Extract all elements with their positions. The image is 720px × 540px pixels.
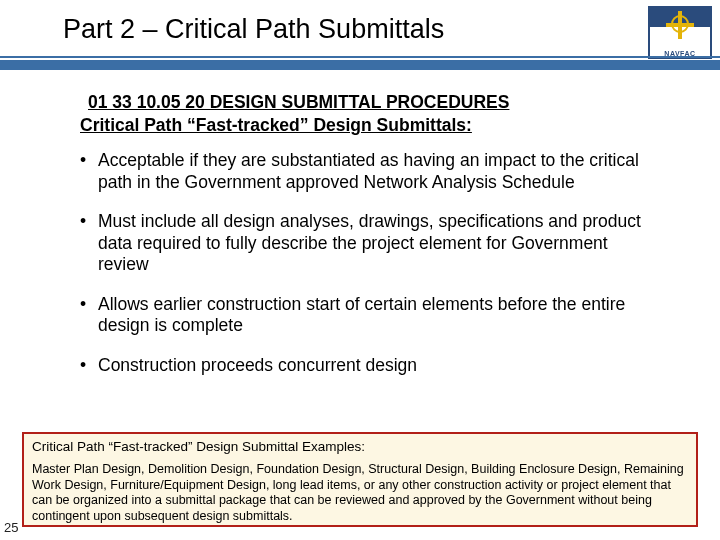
list-item: • Must include all design analyses, draw… (80, 211, 650, 276)
bullet-list: • Acceptable if they are substantiated a… (80, 150, 650, 376)
list-item: • Allows earlier construction start of c… (80, 294, 650, 337)
bullet-icon: • (80, 150, 98, 193)
bullet-icon: • (80, 294, 98, 337)
page-title: Part 2 – Critical Path Submittals (63, 14, 444, 45)
header-band (0, 56, 720, 70)
bullet-icon: • (80, 211, 98, 276)
section-heading: Critical Path “Fast-tracked” Design Subm… (80, 115, 650, 136)
list-item: • Acceptable if they are substantiated a… (80, 150, 650, 193)
examples-title: Critical Path “Fast-tracked” Design Subm… (32, 439, 688, 456)
content-area: 01 33 10.05 20 DESIGN SUBMITTAL PROCEDUR… (80, 92, 650, 394)
slide-number: 25 (4, 520, 18, 535)
slide: Part 2 – Critical Path Submittals NAVFAC… (0, 0, 720, 540)
bullet-text: Must include all design analyses, drawin… (98, 211, 650, 276)
bullet-text: Acceptable if they are substantiated as … (98, 150, 650, 193)
bullet-icon: • (80, 355, 98, 377)
section-code: 01 33 10.05 20 DESIGN SUBMITTAL PROCEDUR… (88, 92, 650, 113)
examples-callout: Critical Path “Fast-tracked” Design Subm… (22, 432, 698, 527)
examples-body: Master Plan Design, Demolition Design, F… (32, 462, 688, 525)
navfac-logo: NAVFAC (648, 6, 712, 60)
compass-ring-icon (671, 15, 689, 33)
list-item: • Construction proceeds concurrent desig… (80, 355, 650, 377)
bullet-text: Allows earlier construction start of cer… (98, 294, 650, 337)
bullet-text: Construction proceeds concurrent design (98, 355, 650, 377)
